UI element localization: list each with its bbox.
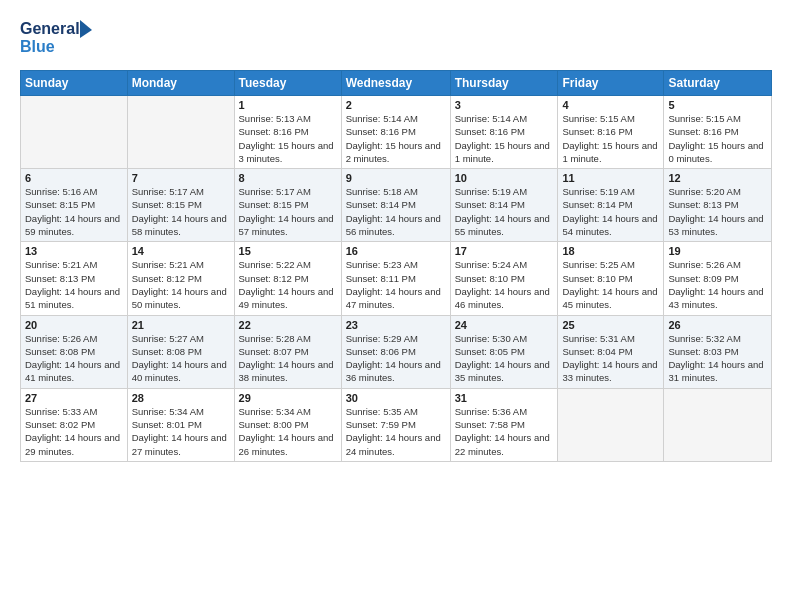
- calendar-day-cell: [558, 388, 664, 461]
- day-info: Sunrise: 5:19 AMSunset: 8:14 PMDaylight:…: [455, 185, 554, 238]
- day-info: Sunrise: 5:17 AMSunset: 8:15 PMDaylight:…: [132, 185, 230, 238]
- day-number: 6: [25, 172, 123, 184]
- day-info: Sunrise: 5:26 AMSunset: 8:08 PMDaylight:…: [25, 332, 123, 385]
- day-info: Sunrise: 5:35 AMSunset: 7:59 PMDaylight:…: [346, 405, 446, 458]
- calendar-day-cell: 2Sunrise: 5:14 AMSunset: 8:16 PMDaylight…: [341, 96, 450, 169]
- day-info: Sunrise: 5:32 AMSunset: 8:03 PMDaylight:…: [668, 332, 767, 385]
- calendar-day-cell: [664, 388, 772, 461]
- calendar-day-cell: 8Sunrise: 5:17 AMSunset: 8:15 PMDaylight…: [234, 169, 341, 242]
- day-number: 23: [346, 319, 446, 331]
- logo: GeneralBlue: [20, 16, 100, 60]
- day-info: Sunrise: 5:33 AMSunset: 8:02 PMDaylight:…: [25, 405, 123, 458]
- day-info: Sunrise: 5:20 AMSunset: 8:13 PMDaylight:…: [668, 185, 767, 238]
- day-info: Sunrise: 5:23 AMSunset: 8:11 PMDaylight:…: [346, 258, 446, 311]
- calendar-day-cell: 29Sunrise: 5:34 AMSunset: 8:00 PMDayligh…: [234, 388, 341, 461]
- day-info: Sunrise: 5:13 AMSunset: 8:16 PMDaylight:…: [239, 112, 337, 165]
- day-number: 27: [25, 392, 123, 404]
- day-number: 8: [239, 172, 337, 184]
- calendar-day-cell: 12Sunrise: 5:20 AMSunset: 8:13 PMDayligh…: [664, 169, 772, 242]
- day-number: 25: [562, 319, 659, 331]
- day-number: 17: [455, 245, 554, 257]
- calendar-day-cell: 22Sunrise: 5:28 AMSunset: 8:07 PMDayligh…: [234, 315, 341, 388]
- calendar-week-row: 20Sunrise: 5:26 AMSunset: 8:08 PMDayligh…: [21, 315, 772, 388]
- calendar-table: SundayMondayTuesdayWednesdayThursdayFrid…: [20, 70, 772, 462]
- calendar-day-cell: 5Sunrise: 5:15 AMSunset: 8:16 PMDaylight…: [664, 96, 772, 169]
- calendar-day-cell: 21Sunrise: 5:27 AMSunset: 8:08 PMDayligh…: [127, 315, 234, 388]
- day-info: Sunrise: 5:34 AMSunset: 8:00 PMDaylight:…: [239, 405, 337, 458]
- calendar-day-cell: 30Sunrise: 5:35 AMSunset: 7:59 PMDayligh…: [341, 388, 450, 461]
- day-info: Sunrise: 5:31 AMSunset: 8:04 PMDaylight:…: [562, 332, 659, 385]
- day-number: 16: [346, 245, 446, 257]
- day-info: Sunrise: 5:26 AMSunset: 8:09 PMDaylight:…: [668, 258, 767, 311]
- calendar-week-row: 6Sunrise: 5:16 AMSunset: 8:15 PMDaylight…: [21, 169, 772, 242]
- calendar-day-cell: 31Sunrise: 5:36 AMSunset: 7:58 PMDayligh…: [450, 388, 558, 461]
- weekday-header-saturday: Saturday: [664, 71, 772, 96]
- calendar-day-cell: [21, 96, 128, 169]
- day-info: Sunrise: 5:24 AMSunset: 8:10 PMDaylight:…: [455, 258, 554, 311]
- weekday-header-friday: Friday: [558, 71, 664, 96]
- weekday-header-row: SundayMondayTuesdayWednesdayThursdayFrid…: [21, 71, 772, 96]
- day-number: 7: [132, 172, 230, 184]
- day-info: Sunrise: 5:22 AMSunset: 8:12 PMDaylight:…: [239, 258, 337, 311]
- day-number: 31: [455, 392, 554, 404]
- calendar-week-row: 1Sunrise: 5:13 AMSunset: 8:16 PMDaylight…: [21, 96, 772, 169]
- calendar-day-cell: 7Sunrise: 5:17 AMSunset: 8:15 PMDaylight…: [127, 169, 234, 242]
- day-number: 22: [239, 319, 337, 331]
- day-number: 12: [668, 172, 767, 184]
- day-info: Sunrise: 5:21 AMSunset: 8:13 PMDaylight:…: [25, 258, 123, 311]
- day-info: Sunrise: 5:21 AMSunset: 8:12 PMDaylight:…: [132, 258, 230, 311]
- day-number: 5: [668, 99, 767, 111]
- logo-icon: GeneralBlue: [20, 16, 100, 60]
- calendar-day-cell: 15Sunrise: 5:22 AMSunset: 8:12 PMDayligh…: [234, 242, 341, 315]
- day-info: Sunrise: 5:19 AMSunset: 8:14 PMDaylight:…: [562, 185, 659, 238]
- day-number: 11: [562, 172, 659, 184]
- weekday-header-sunday: Sunday: [21, 71, 128, 96]
- page: GeneralBlue SundayMondayTuesdayWednesday…: [0, 0, 792, 612]
- day-info: Sunrise: 5:17 AMSunset: 8:15 PMDaylight:…: [239, 185, 337, 238]
- weekday-header-monday: Monday: [127, 71, 234, 96]
- day-number: 19: [668, 245, 767, 257]
- calendar-day-cell: 17Sunrise: 5:24 AMSunset: 8:10 PMDayligh…: [450, 242, 558, 315]
- svg-text:General: General: [20, 20, 80, 37]
- day-info: Sunrise: 5:18 AMSunset: 8:14 PMDaylight:…: [346, 185, 446, 238]
- day-info: Sunrise: 5:29 AMSunset: 8:06 PMDaylight:…: [346, 332, 446, 385]
- calendar-day-cell: 3Sunrise: 5:14 AMSunset: 8:16 PMDaylight…: [450, 96, 558, 169]
- day-number: 14: [132, 245, 230, 257]
- day-info: Sunrise: 5:27 AMSunset: 8:08 PMDaylight:…: [132, 332, 230, 385]
- day-info: Sunrise: 5:14 AMSunset: 8:16 PMDaylight:…: [455, 112, 554, 165]
- calendar-day-cell: 23Sunrise: 5:29 AMSunset: 8:06 PMDayligh…: [341, 315, 450, 388]
- day-number: 18: [562, 245, 659, 257]
- calendar-day-cell: 11Sunrise: 5:19 AMSunset: 8:14 PMDayligh…: [558, 169, 664, 242]
- day-info: Sunrise: 5:28 AMSunset: 8:07 PMDaylight:…: [239, 332, 337, 385]
- day-number: 2: [346, 99, 446, 111]
- calendar-week-row: 13Sunrise: 5:21 AMSunset: 8:13 PMDayligh…: [21, 242, 772, 315]
- day-info: Sunrise: 5:34 AMSunset: 8:01 PMDaylight:…: [132, 405, 230, 458]
- calendar-day-cell: 14Sunrise: 5:21 AMSunset: 8:12 PMDayligh…: [127, 242, 234, 315]
- calendar-day-cell: 18Sunrise: 5:25 AMSunset: 8:10 PMDayligh…: [558, 242, 664, 315]
- day-info: Sunrise: 5:30 AMSunset: 8:05 PMDaylight:…: [455, 332, 554, 385]
- calendar-day-cell: 13Sunrise: 5:21 AMSunset: 8:13 PMDayligh…: [21, 242, 128, 315]
- svg-text:Blue: Blue: [20, 38, 55, 55]
- day-number: 30: [346, 392, 446, 404]
- calendar-day-cell: 6Sunrise: 5:16 AMSunset: 8:15 PMDaylight…: [21, 169, 128, 242]
- weekday-header-tuesday: Tuesday: [234, 71, 341, 96]
- day-number: 10: [455, 172, 554, 184]
- calendar-week-row: 27Sunrise: 5:33 AMSunset: 8:02 PMDayligh…: [21, 388, 772, 461]
- day-number: 15: [239, 245, 337, 257]
- day-number: 26: [668, 319, 767, 331]
- header: GeneralBlue: [20, 16, 772, 60]
- day-number: 4: [562, 99, 659, 111]
- day-info: Sunrise: 5:25 AMSunset: 8:10 PMDaylight:…: [562, 258, 659, 311]
- calendar-day-cell: [127, 96, 234, 169]
- day-info: Sunrise: 5:36 AMSunset: 7:58 PMDaylight:…: [455, 405, 554, 458]
- calendar-day-cell: 25Sunrise: 5:31 AMSunset: 8:04 PMDayligh…: [558, 315, 664, 388]
- calendar-day-cell: 27Sunrise: 5:33 AMSunset: 8:02 PMDayligh…: [21, 388, 128, 461]
- calendar-day-cell: 10Sunrise: 5:19 AMSunset: 8:14 PMDayligh…: [450, 169, 558, 242]
- day-info: Sunrise: 5:15 AMSunset: 8:16 PMDaylight:…: [562, 112, 659, 165]
- calendar-day-cell: 9Sunrise: 5:18 AMSunset: 8:14 PMDaylight…: [341, 169, 450, 242]
- day-number: 21: [132, 319, 230, 331]
- day-number: 1: [239, 99, 337, 111]
- day-number: 29: [239, 392, 337, 404]
- calendar-day-cell: 28Sunrise: 5:34 AMSunset: 8:01 PMDayligh…: [127, 388, 234, 461]
- weekday-header-wednesday: Wednesday: [341, 71, 450, 96]
